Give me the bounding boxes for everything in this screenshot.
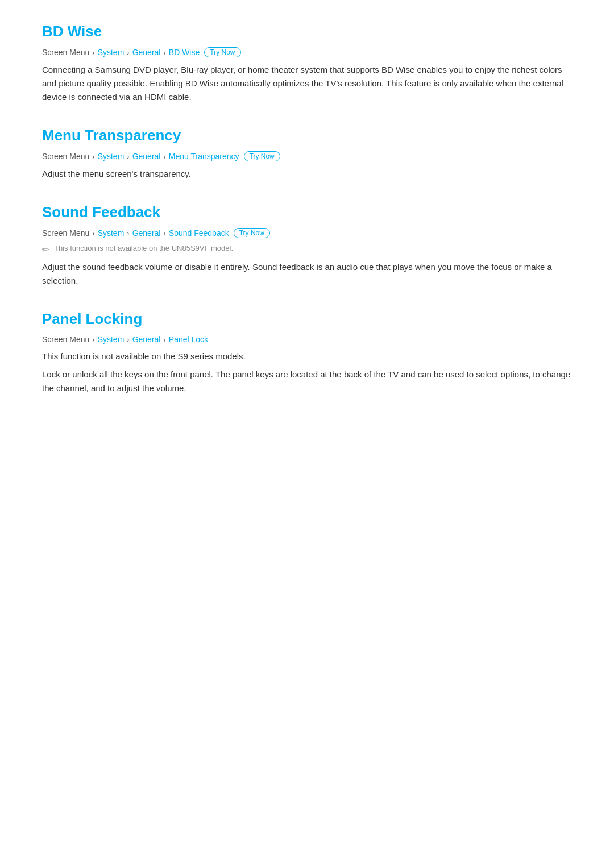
breadcrumb-sep-3: › <box>163 152 165 161</box>
breadcrumb-prefix: Screen Menu <box>42 48 89 57</box>
try-now-badge-sound-feedback[interactable]: Try Now <box>234 228 270 238</box>
breadcrumb-sep-1: › <box>92 152 94 161</box>
breadcrumb-system[interactable]: System <box>98 48 125 57</box>
breadcrumb-general[interactable]: General <box>132 48 161 57</box>
section-title-panel-locking: Panel Locking <box>42 310 572 328</box>
breadcrumb-sep-2: › <box>127 335 129 344</box>
page-content: BD Wise Screen Menu › System › General ›… <box>42 23 572 395</box>
breadcrumb-menu-transparency[interactable]: Menu Transparency <box>169 152 239 161</box>
breadcrumb-sep-1: › <box>92 48 94 57</box>
description-menu-transparency: Adjust the menu screen's transparency. <box>42 167 572 181</box>
breadcrumb-sep-1: › <box>92 229 94 238</box>
section-title-menu-transparency: Menu Transparency <box>42 127 572 144</box>
breadcrumb-sep-3: › <box>163 48 165 57</box>
breadcrumb-sep-3: › <box>163 335 165 344</box>
pencil-icon: ✏ <box>42 244 49 255</box>
section-menu-transparency: Menu Transparency Screen Menu › System ›… <box>42 127 572 181</box>
breadcrumb-general[interactable]: General <box>132 335 161 344</box>
description-bd-wise: Connecting a Samsung DVD player, Blu-ray… <box>42 63 572 104</box>
breadcrumb-bd-wise[interactable]: BD Wise <box>169 48 200 57</box>
breadcrumb-system[interactable]: System <box>98 335 125 344</box>
section-bd-wise: BD Wise Screen Menu › System › General ›… <box>42 23 572 104</box>
breadcrumb-sep-2: › <box>127 229 129 238</box>
note-row-sound-feedback: ✏ This function is not available on the … <box>42 244 572 255</box>
breadcrumb-panel-lock[interactable]: Panel Lock <box>169 335 208 344</box>
breadcrumb-prefix: Screen Menu <box>42 335 89 344</box>
breadcrumb-sep-3: › <box>163 229 165 238</box>
breadcrumb-menu-transparency: Screen Menu › System › General › Menu Tr… <box>42 151 572 161</box>
breadcrumb-sep-2: › <box>127 152 129 161</box>
description-panel-locking-2: Lock or unlock all the keys on the front… <box>42 368 572 395</box>
breadcrumb-sep-2: › <box>127 48 129 57</box>
section-sound-feedback: Sound Feedback Screen Menu › System › Ge… <box>42 203 572 288</box>
section-title-sound-feedback: Sound Feedback <box>42 203 572 221</box>
breadcrumb-sep-1: › <box>92 335 94 344</box>
note-text-sound-feedback: This function is not available on the UN… <box>54 244 233 252</box>
breadcrumb-bd-wise: Screen Menu › System › General › BD Wise… <box>42 47 572 57</box>
breadcrumb-prefix: Screen Menu <box>42 152 89 161</box>
description-panel-locking-1: This function is not available on the S9… <box>42 350 572 363</box>
breadcrumb-system[interactable]: System <box>98 152 125 161</box>
section-title-bd-wise: BD Wise <box>42 23 572 40</box>
breadcrumb-system[interactable]: System <box>98 229 125 238</box>
breadcrumb-general[interactable]: General <box>132 152 161 161</box>
try-now-badge-bd-wise[interactable]: Try Now <box>204 47 240 57</box>
description-sound-feedback: Adjust the sound feedback volume or disa… <box>42 260 572 288</box>
breadcrumb-prefix: Screen Menu <box>42 229 89 238</box>
breadcrumb-panel-locking: Screen Menu › System › General › Panel L… <box>42 335 572 344</box>
breadcrumb-sound-feedback: Screen Menu › System › General › Sound F… <box>42 228 572 238</box>
breadcrumb-general[interactable]: General <box>132 229 161 238</box>
breadcrumb-sound-feedback[interactable]: Sound Feedback <box>169 229 229 238</box>
try-now-badge-menu-transparency[interactable]: Try Now <box>244 151 280 161</box>
section-panel-locking: Panel Locking Screen Menu › System › Gen… <box>42 310 572 395</box>
